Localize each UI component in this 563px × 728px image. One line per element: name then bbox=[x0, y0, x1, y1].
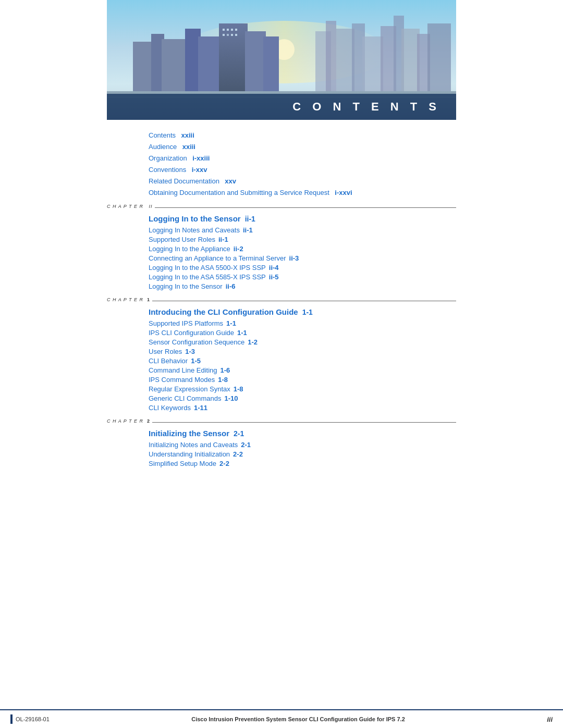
chapter-ii-entries: Logging In Notes and Caveats ii-1 Suppor… bbox=[107, 226, 456, 290]
sub-page-understanding-init: 2-2 bbox=[233, 450, 243, 458]
sub-link-logging-sensor[interactable]: Logging In to the Sensor bbox=[149, 282, 223, 290]
sub-link-cli-behavior[interactable]: CLI Behavior bbox=[149, 357, 188, 365]
chapter-1-section: c h a p t e r 1 Introducing the CLI Conf… bbox=[107, 301, 456, 412]
chapter-ii-section: c h a p t e r ii Logging In to the Senso… bbox=[107, 207, 456, 290]
chapter-ii-title[interactable]: Logging In to the Sensor bbox=[149, 214, 241, 223]
chapter-2-entries: Initializing Notes and Caveats 2-1 Under… bbox=[107, 441, 456, 467]
chapter-2-title[interactable]: Initializing the Sensor bbox=[149, 429, 229, 438]
sub-entry-regex-syntax: Regular Expression Syntax 1-8 bbox=[149, 385, 456, 393]
sub-link-regex-syntax[interactable]: Regular Expression Syntax bbox=[149, 385, 230, 393]
sub-page-ips-cmd-modes: 1-8 bbox=[218, 376, 228, 384]
footer: OL-29168-01 Cisco Intrusion Prevention S… bbox=[0, 709, 563, 728]
svg-rect-10 bbox=[401, 29, 420, 94]
sub-page-cli-behavior: 1-5 bbox=[191, 357, 201, 365]
footer-bar-icon bbox=[10, 714, 13, 724]
sub-page-logging-notes: ii-1 bbox=[243, 226, 253, 234]
footer-left: OL-29168-01 bbox=[10, 714, 50, 724]
chapter-1-entries: Supported IPS Platforms 1-1 IPS CLI Conf… bbox=[107, 319, 456, 412]
contents-title-bar: C O N T E N T S bbox=[107, 94, 456, 120]
svg-rect-15 bbox=[162, 39, 188, 94]
sub-link-user-roles[interactable]: User Roles bbox=[149, 348, 182, 355]
sub-page-init-notes: 2-1 bbox=[241, 441, 251, 449]
sub-link-simplified-setup[interactable]: Simplified Setup Mode bbox=[149, 460, 216, 467]
svg-rect-12 bbox=[427, 23, 451, 94]
sub-link-asa5585x[interactable]: Logging In to the ASA 5585-X IPS SSP bbox=[149, 273, 266, 281]
chapter-2-label: c h a p t e r 2 bbox=[107, 418, 152, 424]
sub-link-logging-appliance[interactable]: Logging In to the Appliance bbox=[149, 245, 230, 253]
sub-entry-simplified-setup: Simplified Setup Mode 2-2 bbox=[149, 460, 456, 467]
sub-entry-understanding-init: Understanding Initialization 2-2 bbox=[149, 450, 456, 458]
toc-entry-conventions: Conventions i-xxv bbox=[107, 165, 456, 174]
toc-link-obtaining-doc[interactable]: Obtaining Documentation and Submitting a… bbox=[149, 189, 329, 196]
sub-link-asa5500x[interactable]: Logging In to the ASA 5500-X IPS SSP bbox=[149, 264, 266, 272]
sub-entry-asa5585x: Logging In to the ASA 5585-X IPS SSP ii-… bbox=[149, 273, 456, 281]
sub-page-ips-platforms: 1-1 bbox=[226, 319, 236, 327]
sub-link-ips-platforms[interactable]: Supported IPS Platforms bbox=[149, 319, 223, 327]
sub-page-cmd-line-editing: 1-6 bbox=[221, 366, 230, 374]
main-content: Contents xxiii Audience xxiii Organizati… bbox=[107, 120, 456, 504]
sub-entry-generic-cli-cmds: Generic CLI Commands 1-10 bbox=[149, 394, 456, 402]
chapter-2-page: 2-1 bbox=[234, 429, 244, 438]
svg-rect-22 bbox=[227, 29, 229, 31]
svg-rect-26 bbox=[227, 34, 229, 36]
sub-link-sensor-config-seq[interactable]: Sensor Configuration Sequence bbox=[149, 338, 244, 346]
sub-link-ips-cmd-modes[interactable]: IPS Command Modes bbox=[149, 376, 215, 384]
svg-rect-28 bbox=[235, 34, 237, 36]
sub-page-supported-roles: ii-1 bbox=[218, 236, 228, 243]
toc-entry-organization: Organization i-xxiii bbox=[107, 153, 456, 163]
sub-link-ips-cli-guide[interactable]: IPS CLI Configuration Guide bbox=[149, 329, 234, 337]
sub-page-sensor-config-seq: 1-2 bbox=[248, 338, 258, 346]
sub-entry-logging-sensor: Logging In to the Sensor ii-6 bbox=[149, 282, 456, 290]
toc-link-conventions[interactable]: Conventions bbox=[149, 166, 186, 174]
prelim-toc: Contents xxiii Audience xxiii Organizati… bbox=[107, 130, 456, 197]
sub-page-simplified-setup: 2-2 bbox=[219, 460, 229, 467]
svg-rect-24 bbox=[235, 29, 237, 31]
svg-rect-19 bbox=[245, 31, 266, 94]
chapter-2-section: c h a p t e r 2 Initializing the Sensor … bbox=[107, 422, 456, 467]
chapter-1-page: 1-1 bbox=[302, 308, 313, 316]
sub-entry-init-notes: Initializing Notes and Caveats 2-1 bbox=[149, 441, 456, 449]
sub-entry-ips-cli-guide: IPS CLI Configuration Guide 1-1 bbox=[149, 329, 456, 337]
chapter-ii-page: ii-1 bbox=[245, 215, 255, 223]
svg-rect-21 bbox=[223, 29, 225, 31]
footer-center-text: Cisco Intrusion Prevention System Sensor… bbox=[191, 716, 405, 722]
sub-entry-connecting-appliance: Connecting an Appliance to a Terminal Se… bbox=[149, 254, 456, 262]
sub-page-regex-syntax: 1-8 bbox=[234, 385, 243, 393]
footer-page-number: iii bbox=[547, 715, 553, 723]
toc-link-related-doc[interactable]: Related Documentation bbox=[149, 177, 219, 185]
toc-entry-audience: Audience xxiii bbox=[107, 142, 456, 151]
toc-page-audience: xxiii bbox=[182, 143, 195, 151]
sub-page-user-roles: 1-3 bbox=[185, 348, 195, 355]
sub-link-init-notes[interactable]: Initializing Notes and Caveats bbox=[149, 441, 238, 449]
toc-page-organization: i-xxiii bbox=[192, 154, 210, 162]
chapter-ii-title-row: Logging In to the Sensor ii-1 bbox=[107, 214, 456, 223]
toc-link-audience[interactable]: Audience bbox=[149, 143, 177, 151]
sub-link-connecting-appliance[interactable]: Connecting an Appliance to a Terminal Se… bbox=[149, 254, 286, 262]
svg-rect-27 bbox=[231, 34, 233, 36]
sub-link-cmd-line-editing[interactable]: Command Line Editing bbox=[149, 366, 217, 374]
sub-link-generic-cli-cmds[interactable]: Generic CLI Commands bbox=[149, 394, 221, 402]
sub-page-ips-cli-guide: 1-1 bbox=[237, 329, 247, 337]
sub-link-logging-notes[interactable]: Logging In Notes and Caveats bbox=[149, 226, 240, 234]
sub-page-generic-cli-cmds: 1-10 bbox=[224, 394, 238, 402]
toc-page-related-doc: xxv bbox=[225, 177, 236, 185]
sub-page-connecting-appliance: ii-3 bbox=[289, 254, 299, 262]
toc-page-obtaining-doc: i-xxvi bbox=[335, 189, 352, 196]
chapter-2-number: 2 bbox=[147, 418, 150, 424]
chapter-1-title[interactable]: Introducing the CLI Configuration Guide bbox=[149, 307, 298, 316]
sub-link-cli-keywords[interactable]: CLI Keywords bbox=[149, 404, 191, 412]
chapter-ii-number: ii bbox=[149, 204, 153, 209]
sub-entry-asa5500x: Logging In to the ASA 5500-X IPS SSP ii-… bbox=[149, 264, 456, 272]
sub-page-cli-keywords: 1-11 bbox=[194, 404, 207, 412]
contents-title: C O N T E N T S bbox=[292, 100, 440, 113]
sub-entry-supported-roles: Supported User Roles ii-1 bbox=[149, 236, 456, 243]
toc-link-organization[interactable]: Organization bbox=[149, 154, 187, 162]
chapter-1-label: c h a p t e r 1 bbox=[107, 297, 152, 302]
sub-link-understanding-init[interactable]: Understanding Initialization bbox=[149, 450, 230, 458]
sub-link-supported-roles[interactable]: Supported User Roles bbox=[149, 236, 215, 243]
sub-page-asa5500x: ii-4 bbox=[269, 264, 279, 272]
toc-entry-obtaining-doc: Obtaining Documentation and Submitting a… bbox=[107, 188, 456, 197]
chapter-2-label-text: c h a p t e r bbox=[107, 418, 143, 424]
toc-link-contents[interactable]: Contents bbox=[149, 131, 176, 139]
footer-doc-number: OL-29168-01 bbox=[16, 716, 50, 722]
